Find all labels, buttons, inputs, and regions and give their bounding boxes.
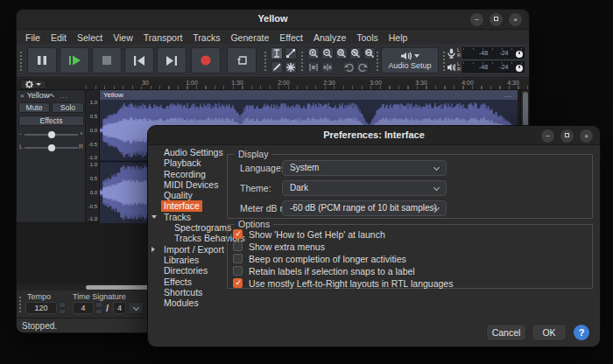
option-show-help[interactable]: Show 'How to Get Help' at launch: [233, 228, 385, 240]
chevron-up-icon[interactable]: [48, 94, 54, 100]
pan-slider-thumb[interactable]: [48, 144, 55, 151]
zoom-out-button[interactable]: [321, 47, 334, 60]
time-toolbar-grip[interactable]: [18, 296, 23, 313]
menu-effect[interactable]: Effect: [274, 32, 308, 43]
redo-button[interactable]: [356, 61, 369, 74]
silence-audio-button[interactable]: [321, 61, 334, 74]
pref-category-directories[interactable]: Directories: [148, 265, 227, 276]
menu-tools[interactable]: Tools: [351, 32, 384, 43]
option-retain-labels[interactable]: Retain labels if selection snaps to a la…: [233, 265, 415, 276]
track-menu-icon[interactable]: ...: [60, 92, 68, 100]
option-ltr-layouts[interactable]: Use mostly Left-to-Right layouts in RTL …: [233, 277, 453, 289]
menu-edit[interactable]: Edit: [46, 32, 72, 43]
theme-select[interactable]: Dark: [282, 180, 447, 196]
cancel-button[interactable]: Cancel: [486, 324, 526, 341]
spin-up[interactable]: [95, 302, 102, 308]
audio-setup-grip[interactable]: [376, 51, 380, 72]
meter-db-range-select[interactable]: -60 dB (PCM range of 10 bit samples): [282, 200, 447, 216]
option-beep-on-completion[interactable]: Beep on completion of longer activities: [233, 253, 406, 264]
timeline-options-button[interactable]: [20, 80, 46, 89]
pref-category-modules[interactable]: Modules: [148, 298, 227, 308]
pref-category-midi-devices[interactable]: MIDI Devices: [148, 179, 227, 190]
solo-button[interactable]: Solo: [52, 102, 84, 113]
gain-slider-thumb[interactable]: [48, 131, 55, 138]
spin-down[interactable]: [95, 309, 102, 315]
skip-to-end-button[interactable]: [157, 47, 187, 74]
clip-menu-icon[interactable]: ...: [504, 90, 513, 100]
pause-button[interactable]: [27, 47, 57, 74]
checkbox[interactable]: [233, 278, 243, 288]
toolbar-grip[interactable]: [19, 51, 24, 72]
menu-analyze[interactable]: Analyze: [308, 32, 351, 43]
checkbox[interactable]: [233, 266, 243, 276]
language-select[interactable]: System: [282, 160, 447, 176]
timeline-ruler[interactable]: 30 1:00 1:30 2:00 2:30 3:00 3:30 4:00 4:…: [17, 79, 529, 90]
menu-transport[interactable]: Transport: [138, 32, 188, 43]
chevron-down-icon[interactable]: [151, 215, 157, 219]
play-button[interactable]: [60, 47, 89, 74]
menu-generate[interactable]: Generate: [225, 32, 274, 43]
undo-button[interactable]: [342, 61, 355, 74]
pref-category-recording[interactable]: Recording: [148, 169, 227, 179]
draw-tool-button[interactable]: [271, 61, 283, 74]
envelope-tool-button[interactable]: [285, 47, 297, 60]
pref-category-interface[interactable]: Interface: [148, 200, 227, 211]
track-name[interactable]: Yellow: [27, 91, 50, 100]
horizontal-scrollbar-thumb[interactable]: [86, 285, 154, 290]
close-icon[interactable]: ×: [509, 13, 522, 26]
playback-meter[interactable]: LR -48 -24: [447, 60, 525, 74]
checkbox[interactable]: [233, 242, 243, 251]
zoom-toggle-button[interactable]: [349, 47, 362, 60]
track-close-icon[interactable]: ×: [20, 92, 25, 100]
loop-button[interactable]: [227, 47, 257, 74]
maximize-icon[interactable]: [490, 13, 503, 26]
effects-button[interactable]: Effects: [18, 116, 84, 126]
tempo-spinner[interactable]: [59, 302, 66, 314]
skip-to-start-button[interactable]: [124, 47, 154, 74]
audio-setup-button[interactable]: Audio Setup: [381, 47, 439, 74]
menu-select[interactable]: Select: [72, 32, 108, 43]
mute-button[interactable]: Mute: [18, 102, 50, 113]
recording-meter[interactable]: LR -48 -24: [447, 46, 525, 60]
pref-category-tracks-behaviors[interactable]: Tracks Behaviors: [148, 233, 227, 243]
time-signature-lower-value[interactable]: 4: [113, 302, 126, 314]
pref-category-shortcuts[interactable]: Shortcuts: [148, 287, 227, 298]
tempo-input[interactable]: 120: [25, 302, 57, 314]
track-control-panel[interactable]: × Yellow ... Mute Solo Effects - + L R: [17, 90, 86, 223]
pref-category-quality[interactable]: Quality: [148, 190, 227, 200]
menu-file[interactable]: File: [20, 32, 46, 43]
spin-up[interactable]: [59, 302, 66, 308]
time-signature-spinner[interactable]: [95, 302, 102, 314]
ok-button[interactable]: OK: [532, 324, 567, 341]
minimize-icon[interactable]: −: [470, 13, 483, 26]
zoom-grip[interactable]: [300, 51, 305, 72]
dialog-titlebar[interactable]: Preferences: Interface − ×: [148, 126, 600, 145]
selection-tool-button[interactable]: [271, 47, 283, 60]
spin-down[interactable]: [59, 309, 66, 315]
zoom-selection-button[interactable]: [335, 47, 348, 60]
pref-category-tracks[interactable]: Tracks: [148, 212, 227, 222]
menu-tracks[interactable]: Tracks: [187, 32, 225, 43]
pref-category-import-export[interactable]: Import / Export: [148, 244, 227, 255]
close-icon[interactable]: ×: [580, 130, 593, 143]
menu-help[interactable]: Help: [384, 32, 413, 43]
meter-grip[interactable]: [442, 51, 447, 72]
checkbox[interactable]: [233, 254, 243, 263]
pref-category-effects[interactable]: Effects: [148, 276, 227, 287]
minimize-icon[interactable]: −: [541, 130, 554, 143]
main-titlebar[interactable]: Yellow − ×: [17, 10, 529, 30]
help-button[interactable]: ?: [574, 325, 589, 340]
time-signature-dropdown[interactable]: [128, 302, 144, 314]
time-signature-upper-input[interactable]: 4: [73, 302, 94, 314]
clip-header[interactable]: Yellow ...: [100, 90, 518, 100]
gain-slider[interactable]: - +: [17, 130, 86, 140]
trim-audio-button[interactable]: [307, 61, 320, 74]
option-show-extra-menus[interactable]: Show extra menus: [233, 241, 325, 252]
fit-project-button[interactable]: [363, 47, 376, 60]
pref-category-libraries[interactable]: Libraries: [148, 255, 227, 265]
pref-category-playback[interactable]: Playback: [148, 158, 227, 168]
maximize-icon[interactable]: [560, 130, 574, 143]
record-button[interactable]: [191, 47, 221, 74]
checkbox[interactable]: [233, 229, 243, 239]
pref-category-audio-settings[interactable]: Audio Settings: [148, 147, 227, 158]
